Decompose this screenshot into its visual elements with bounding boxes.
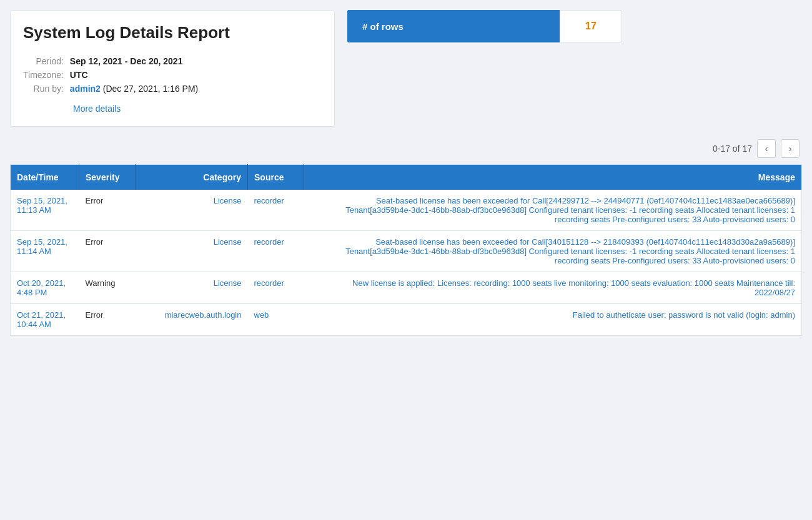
- cell-category: License: [136, 272, 248, 304]
- runby-row: Run by: admin2 (Dec 27, 2021, 1:16 PM): [23, 84, 198, 94]
- stats-area: # of rows 17: [347, 10, 802, 127]
- timezone-row: Timezone: UTC: [23, 70, 198, 80]
- pagination-next-button[interactable]: ›: [781, 139, 800, 158]
- runby-user-link[interactable]: admin2: [70, 84, 101, 94]
- cell-source: recorder: [248, 272, 304, 304]
- col-header-message: Message: [304, 165, 802, 190]
- cell-severity: Warning: [79, 272, 136, 304]
- pagination-prev-button[interactable]: ‹: [757, 139, 776, 158]
- runby-rest: (Dec 27, 2021, 1:16 PM): [101, 84, 198, 94]
- period-row: Period: Sep 12, 2021 - Dec 20, 2021: [23, 56, 198, 66]
- rows-stat: # of rows 17: [347, 10, 660, 42]
- cell-severity: Error: [79, 231, 136, 272]
- period-value: Sep 12, 2021 - Dec 20, 2021: [70, 56, 198, 66]
- col-header-source: Source: [248, 165, 304, 190]
- period-label: Period:: [23, 56, 70, 66]
- table-row: Oct 21, 2021, 10:44 AMErrormiarecweb.aut…: [11, 304, 802, 336]
- cell-category: License: [136, 231, 248, 272]
- col-header-category: Category: [136, 165, 248, 190]
- cell-datetime: Sep 15, 2021, 11:13 AM: [11, 190, 79, 231]
- cell-datetime: Oct 20, 2021, 4:48 PM: [11, 272, 79, 304]
- timezone-value: UTC: [70, 70, 198, 80]
- col-header-datetime: Date/Time: [11, 165, 79, 190]
- cell-message: Seat-based license has been exceeded for…: [304, 231, 802, 272]
- report-info-card: System Log Details Report Period: Sep 12…: [10, 10, 335, 127]
- cell-source: web: [248, 304, 304, 336]
- pagination-range: 0-17 of 17: [713, 144, 752, 154]
- cell-message: New license is applied: Licenses: record…: [304, 272, 802, 304]
- table-row: Sep 15, 2021, 11:13 AMErrorLicenserecord…: [11, 190, 802, 231]
- report-meta: Period: Sep 12, 2021 - Dec 20, 2021 Time…: [23, 52, 198, 97]
- cell-message: Seat-based license has been exceeded for…: [304, 190, 802, 231]
- top-section: System Log Details Report Period: Sep 12…: [10, 10, 802, 127]
- table-row: Sep 15, 2021, 11:14 AMErrorLicenserecord…: [11, 231, 802, 272]
- cell-datetime: Oct 21, 2021, 10:44 AM: [11, 304, 79, 336]
- log-table: Date/Time Severity Category Source Messa…: [10, 164, 802, 336]
- cell-message: Failed to autheticate user: password is …: [304, 304, 802, 336]
- runby-value: admin2 (Dec 27, 2021, 1:16 PM): [70, 84, 198, 94]
- col-header-severity: Severity: [79, 165, 136, 190]
- runby-label: Run by:: [23, 84, 70, 94]
- cell-severity: Error: [79, 190, 136, 231]
- cell-source: recorder: [248, 231, 304, 272]
- cell-source: recorder: [248, 190, 304, 231]
- cell-datetime: Sep 15, 2021, 11:14 AM: [11, 231, 79, 272]
- cell-severity: Error: [79, 304, 136, 336]
- cell-category: License: [136, 190, 248, 231]
- cell-category: miarecweb.auth.login: [136, 304, 248, 336]
- rows-stat-value: 17: [560, 10, 622, 42]
- page-container: System Log Details Report Period: Sep 12…: [0, 0, 812, 520]
- more-details-link[interactable]: More details: [73, 104, 121, 114]
- timezone-label: Timezone:: [23, 70, 70, 80]
- table-row: Oct 20, 2021, 4:48 PMWarningLicenserecor…: [11, 272, 802, 304]
- table-header-row: Date/Time Severity Category Source Messa…: [11, 165, 802, 190]
- page-title: System Log Details Report: [23, 23, 315, 42]
- pagination-bar: 0-17 of 17 ‹ ›: [10, 139, 802, 158]
- rows-stat-label: # of rows: [347, 10, 560, 42]
